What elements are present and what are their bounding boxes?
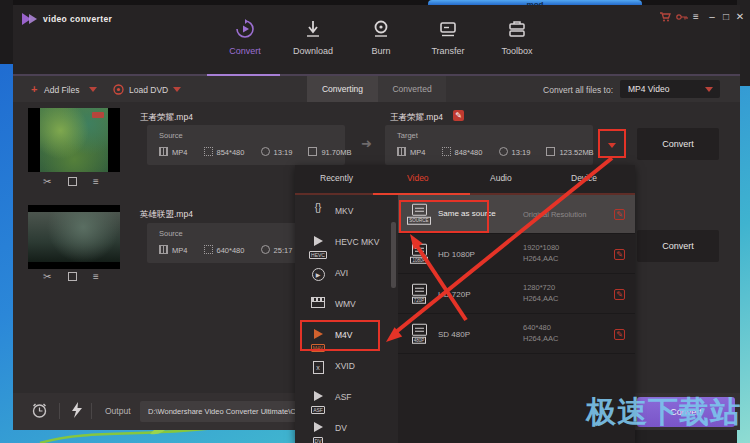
panel-tab-video[interactable]: Video [407, 173, 429, 183]
load-dvd-caret-icon[interactable] [173, 87, 181, 92]
toolbar: + Add Files Load DVD Converting Converte… [13, 76, 740, 102]
source-label: Source [159, 131, 183, 140]
cart-icon[interactable] [659, 12, 671, 22]
target-duration: 13:19 [512, 148, 531, 157]
app-header: video converter ≡ – □ ✕ Convert [13, 5, 740, 76]
panel-tab-audio[interactable]: Audio [490, 173, 512, 183]
avi-icon: ▶ [307, 263, 329, 285]
crop-icon[interactable] [68, 272, 77, 281]
size-icon [546, 147, 555, 156]
1080p-preset-icon: 1080P [406, 243, 432, 264]
annotation-box-target-dropdown[interactable] [598, 129, 626, 158]
output-label: Output [105, 406, 131, 416]
convert-all-dropdown[interactable]: MP4 Video [620, 80, 720, 98]
tab-transfer[interactable]: Transfer [415, 19, 481, 56]
duration-icon [261, 147, 270, 156]
format-item-mkv[interactable]: {} MKV [295, 197, 398, 227]
effects-icon[interactable]: ≡ [93, 176, 99, 187]
convert-all-value: MP4 Video [628, 84, 669, 94]
add-files-button[interactable]: Add Files [44, 85, 79, 95]
edit-preset-icon[interactable]: ✎ [614, 209, 625, 220]
edit-preset-icon[interactable]: ✎ [614, 329, 625, 340]
source-resolution: 640*480 [217, 246, 245, 255]
480p-preset-icon: 480P [406, 323, 432, 344]
format-icon [397, 147, 406, 156]
tab-burn[interactable]: Burn [348, 19, 414, 56]
mkv-icon: {} [307, 201, 329, 223]
convert-button[interactable]: Convert [637, 128, 719, 160]
resolution-icon [204, 147, 213, 156]
tab-converted[interactable]: Converted [378, 76, 446, 102]
convert-button[interactable]: Convert [637, 230, 719, 262]
load-dvd-button[interactable]: Load DVD [129, 85, 168, 95]
panel-tab-device[interactable]: Device [571, 173, 597, 183]
target-label: Target [397, 131, 418, 140]
app-logo-icon [21, 12, 39, 26]
trim-icon[interactable]: ✂ [43, 176, 51, 187]
add-icon: + [31, 83, 37, 95]
menu-icon[interactable]: ≡ [689, 11, 703, 22]
minimize-button[interactable]: – [705, 11, 719, 22]
duration-icon [499, 147, 508, 156]
target-info-card: Target MP4 848*480 13:19 123.52MB [385, 125, 593, 165]
transfer-icon [438, 19, 458, 39]
preset-hd-720p[interactable]: 720P HD 720P 1280*720H264,AAC ✎ [398, 274, 635, 314]
tab-converting[interactable]: Converting [307, 76, 378, 102]
high-speed-icon[interactable] [71, 402, 83, 419]
tab-download[interactable]: Download [280, 19, 346, 56]
add-files-caret-icon[interactable] [89, 87, 97, 92]
source-to-target-arrow-icon: ➜ [361, 136, 372, 151]
divider [59, 403, 60, 419]
format-list-scrollbar[interactable] [391, 222, 396, 288]
size-icon [308, 147, 317, 156]
hevc-mkv-icon: HEVC [307, 232, 329, 254]
source-size: 91.70MB [321, 148, 351, 157]
format-item-avi[interactable]: ▶ AVI [295, 259, 398, 289]
source-duration: 13:19 [274, 148, 293, 157]
target-file-name: 王者荣耀.mp4 [390, 112, 443, 124]
background-window-corner [0, 0, 13, 64]
convert-icon [235, 19, 255, 39]
video-thumbnail[interactable] [28, 205, 120, 269]
maximize-button[interactable]: □ [719, 11, 733, 22]
source-resolution: 854*480 [217, 148, 245, 157]
tab-toolbox[interactable]: Toolbox [484, 19, 550, 56]
preset-hd-1080p[interactable]: 1080P HD 1080P 1920*1080H264,AAC ✎ [398, 234, 635, 274]
edit-preset-icon[interactable]: ✎ [614, 289, 625, 300]
duration-icon [261, 245, 270, 254]
target-size: 123.52MB [559, 148, 593, 157]
target-format: MP4 [410, 148, 425, 157]
format-item-asf[interactable]: ASF ASF [295, 383, 398, 413]
app-title: video converter [43, 14, 112, 24]
720p-preset-icon: 720P [406, 283, 432, 304]
source-format: MP4 [172, 246, 187, 255]
effects-icon[interactable]: ≡ [93, 271, 99, 282]
trim-icon[interactable]: ✂ [43, 271, 51, 282]
asf-icon: ASF [307, 387, 329, 409]
tab-convert[interactable]: Convert [212, 19, 278, 56]
preset-sd-480p[interactable]: 480P SD 480P 640*480H264,AAC ✎ [398, 314, 635, 354]
source-info-card: Source MP4 854*480 13:19 91.70MB [147, 125, 345, 165]
toolbox-icon [507, 19, 527, 39]
key-icon[interactable] [676, 12, 688, 22]
format-list: {} MKV HEVC HEVC MKV ▶ AVI WMV M4V M4V x… [295, 195, 398, 443]
source-info-card: Source MP4 640*480 25:17 [147, 223, 307, 263]
schedule-icon[interactable] [31, 402, 48, 419]
dv-icon: DV [307, 418, 329, 440]
format-item-xvid[interactable]: x XVID [295, 352, 398, 382]
video-thumbnail[interactable] [28, 108, 120, 172]
annotation-box-same-as-source [399, 200, 489, 233]
file-name: 王者荣耀.mp4 [140, 112, 193, 124]
rename-edit-icon[interactable]: ✎ [453, 110, 464, 121]
edit-preset-icon[interactable]: ✎ [614, 249, 625, 260]
target-format-caret-icon[interactable] [608, 143, 616, 148]
format-item-hevc-mkv[interactable]: HEVC HEVC MKV [295, 228, 398, 258]
annotation-box-m4v [300, 320, 380, 351]
close-button[interactable]: ✕ [733, 11, 747, 22]
crop-icon[interactable] [68, 177, 77, 186]
format-item-wmv[interactable]: WMV [295, 290, 398, 320]
format-icon [159, 147, 168, 156]
panel-tab-recently[interactable]: Recently [320, 173, 353, 183]
format-item-dv[interactable]: DV DV [295, 414, 398, 443]
convert-all-label: Convert all files to: [543, 85, 613, 95]
